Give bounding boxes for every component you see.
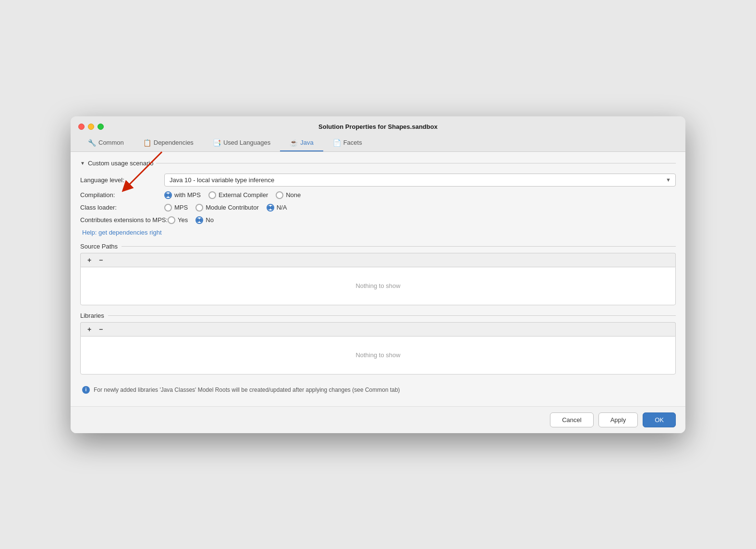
info-icon: i — [82, 386, 90, 394]
tab-dependencies-label: Dependencies — [154, 139, 194, 146]
radio-external-compiler-label: External Compiler — [219, 191, 268, 199]
radio-na-input[interactable] — [267, 204, 274, 212]
cancel-button[interactable]: Cancel — [550, 412, 593, 427]
tab-used-languages[interactable]: 📑 Used Languages — [203, 135, 280, 151]
window-title: Solution Properties for Shapes.sandbox — [318, 123, 438, 130]
source-paths-list: Nothing to show — [80, 267, 676, 305]
tab-common-label: Common — [98, 139, 124, 146]
source-paths-section: Source Paths + − Nothing to show — [80, 243, 676, 305]
tab-java[interactable]: ☕ Java — [280, 135, 323, 151]
info-bar: i For newly added libraries 'Java Classe… — [80, 381, 676, 399]
language-level-label: Language level: — [80, 176, 164, 184]
radio-yes[interactable]: Yes — [168, 216, 188, 224]
titlebar: Solution Properties for Shapes.sandbox 🔧… — [71, 116, 685, 152]
language-level-dropdown-container: Java 10 - local variable type inference … — [164, 174, 676, 187]
radio-with-mps-input[interactable] — [164, 191, 172, 199]
traffic-lights — [78, 124, 104, 130]
radio-none-label: None — [286, 191, 301, 199]
compilation-label: Compilation: — [80, 191, 164, 199]
radio-mps-input[interactable] — [164, 204, 172, 212]
contributes-extensions-label: Contributes extensions to MPS: — [80, 216, 168, 224]
common-icon: 🔧 — [88, 139, 96, 147]
source-paths-title: Source Paths — [80, 243, 118, 250]
tab-common[interactable]: 🔧 Common — [78, 135, 134, 151]
radio-module-contributor-label: Module Contributor — [206, 204, 259, 211]
class-loader-radio-group: MPS Module Contributor N/A — [164, 204, 287, 212]
class-loader-label: Class loader: — [80, 204, 164, 211]
source-paths-divider — [122, 246, 676, 247]
radio-yes-input[interactable] — [168, 216, 175, 224]
tab-facets[interactable]: 📄 Facets — [323, 135, 372, 151]
libraries-remove-button[interactable]: − — [96, 324, 106, 334]
help-link[interactable]: Help: get dependencies right — [82, 229, 162, 236]
libraries-section: Libraries + − Nothing to show — [80, 312, 676, 374]
radio-mps[interactable]: MPS — [164, 204, 188, 212]
source-paths-remove-button[interactable]: − — [96, 255, 106, 265]
compilation-row: Compilation: with MPS External Compiler … — [80, 191, 676, 199]
source-paths-toolbar: + − — [80, 253, 676, 267]
source-paths-empty-label: Nothing to show — [355, 282, 400, 289]
facets-icon: 📄 — [333, 139, 341, 147]
maximize-button[interactable] — [98, 124, 104, 130]
tab-java-label: Java — [300, 139, 313, 146]
dialog-window: Solution Properties for Shapes.sandbox 🔧… — [71, 116, 685, 433]
info-message: For newly added libraries 'Java Classes'… — [94, 387, 400, 393]
libraries-header: Libraries — [80, 312, 676, 319]
apply-button[interactable]: Apply — [598, 412, 638, 427]
radio-na-label: N/A — [277, 204, 287, 211]
radio-external-compiler[interactable]: External Compiler — [208, 191, 268, 199]
libraries-empty-label: Nothing to show — [355, 351, 400, 359]
libraries-title: Libraries — [80, 312, 104, 319]
radio-external-compiler-input[interactable] — [208, 191, 216, 199]
radio-yes-label: Yes — [178, 216, 188, 224]
libraries-divider — [108, 315, 676, 316]
libraries-toolbar: + − — [80, 322, 676, 336]
radio-no-label: No — [206, 216, 214, 224]
contributes-extensions-row: Contributes extensions to MPS: Yes No — [80, 216, 676, 224]
close-button[interactable] — [78, 124, 85, 130]
compilation-radio-group: with MPS External Compiler None — [164, 191, 301, 199]
language-level-row: Language level: Java 10 - local variable… — [80, 174, 676, 187]
radio-with-mps-label: with MPS — [174, 191, 201, 199]
dependencies-icon: 📋 — [143, 139, 151, 147]
radio-na[interactable]: N/A — [267, 204, 287, 212]
radio-module-contributor[interactable]: Module Contributor — [195, 204, 259, 212]
radio-no-input[interactable] — [195, 216, 203, 224]
language-level-dropdown[interactable]: Java 10 - local variable type inference — [164, 174, 676, 187]
radio-mps-label: MPS — [174, 204, 188, 211]
radio-no[interactable]: No — [195, 216, 214, 224]
libraries-list: Nothing to show — [80, 336, 676, 374]
section-chevron: ▼ — [80, 161, 85, 166]
main-content: ▼ Custom usage scenario Language level: … — [71, 152, 685, 406]
section-header-custom-usage: ▼ Custom usage scenario — [80, 160, 676, 167]
radio-module-contributor-input[interactable] — [195, 204, 203, 212]
used-languages-icon: 📑 — [213, 139, 221, 147]
libraries-add-button[interactable]: + — [85, 324, 94, 334]
class-loader-row: Class loader: MPS Module Contributor N/A — [80, 204, 676, 212]
java-icon: ☕ — [290, 139, 298, 147]
section-divider — [156, 163, 676, 163]
tab-facets-label: Facets — [343, 139, 362, 146]
minimize-button[interactable] — [88, 124, 94, 130]
section-title: Custom usage scenario — [88, 160, 154, 167]
source-paths-header: Source Paths — [80, 243, 676, 250]
ok-button[interactable]: OK — [643, 412, 676, 427]
footer: Cancel Apply OK — [71, 406, 685, 433]
tab-used-languages-label: Used Languages — [223, 139, 270, 146]
source-paths-add-button[interactable]: + — [85, 255, 94, 265]
contributes-extensions-radio-group: Yes No — [168, 216, 214, 224]
tab-dependencies[interactable]: 📋 Dependencies — [134, 135, 203, 151]
radio-none-input[interactable] — [276, 191, 283, 199]
tab-bar: 🔧 Common 📋 Dependencies 📑 Used Languages… — [78, 135, 678, 151]
radio-none[interactable]: None — [276, 191, 301, 199]
radio-with-mps[interactable]: with MPS — [164, 191, 201, 199]
